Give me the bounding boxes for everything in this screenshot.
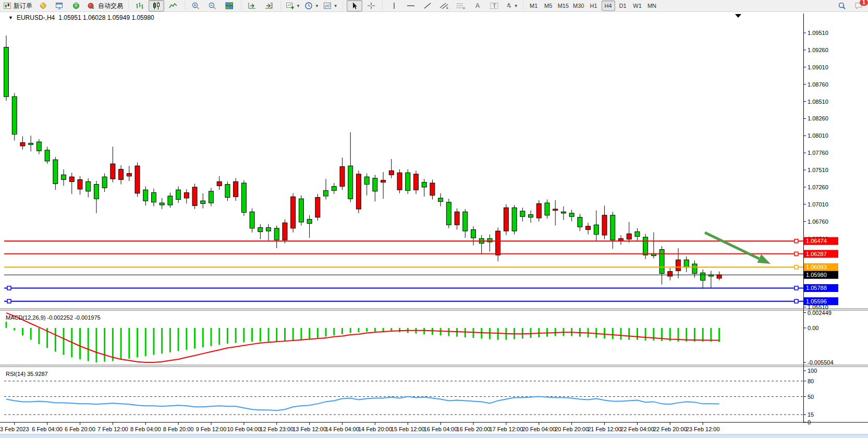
text-label-icon: T <box>490 2 499 10</box>
symbol-dropdown-icon[interactable]: ▼ <box>8 15 13 20</box>
channel-tool-button[interactable]: E <box>436 0 452 11</box>
auto-scroll-button[interactable] <box>244 0 260 11</box>
svg-text:15 Feb 12:00: 15 Feb 12:00 <box>391 426 425 432</box>
svg-text:13 Feb 12:00: 13 Feb 12:00 <box>292 426 326 432</box>
svg-text:1.08510: 1.08510 <box>808 99 828 105</box>
tab-timeframe-h4[interactable]: H4 <box>602 1 615 11</box>
svg-text:1.06760: 1.06760 <box>808 218 828 225</box>
search-button[interactable] <box>834 0 850 11</box>
signal-icon <box>71 2 81 10</box>
tile-windows-icon <box>225 2 234 10</box>
svg-text:1.06093: 1.06093 <box>806 264 827 270</box>
toolbar-separator <box>522 1 525 10</box>
svg-text:22 Feb 04:00: 22 Feb 04:00 <box>620 426 654 432</box>
vertical-line-tool-button[interactable] <box>386 0 402 11</box>
svg-text:1.05980: 1.05980 <box>806 272 827 278</box>
rsi-indicator-label: RSI(14) 35.9287 <box>6 371 48 377</box>
gold-diamond-icon <box>38 2 47 10</box>
svg-text:8 Feb 20:00: 8 Feb 20:00 <box>163 426 194 432</box>
horizontal-line-icon <box>406 2 415 10</box>
svg-text:8 Feb 04:00: 8 Feb 04:00 <box>130 426 161 432</box>
chart-symbol-period: EURUSD-,H4 <box>17 14 55 21</box>
svg-text:1.09010: 1.09010 <box>808 64 828 70</box>
svg-text:1.07510: 1.07510 <box>808 167 828 173</box>
candlestick-mode-button[interactable] <box>149 0 164 11</box>
autotrade-icon <box>87 2 96 10</box>
arrows-tool-button[interactable]: ▼ <box>503 0 520 11</box>
autotrade-button[interactable]: 自动交易 <box>85 0 125 11</box>
templates-button[interactable]: ▼ <box>322 0 339 11</box>
svg-text:1.07260: 1.07260 <box>808 184 828 190</box>
svg-text:22 Feb 20:00: 22 Feb 20:00 <box>653 426 687 432</box>
svg-text:12 Feb 23:00: 12 Feb 23:00 <box>260 426 294 432</box>
template-icon <box>323 2 333 10</box>
gold-tool-button[interactable] <box>35 0 51 11</box>
tab-timeframe-d1[interactable]: D1 <box>616 1 630 11</box>
chart-info-line: ▼ EURUSD-,H4 1.05951 1.06028 1.05949 1.0… <box>6 14 156 21</box>
tab-timeframe-m15[interactable]: M15 <box>556 1 570 11</box>
svg-text:23 Feb 12:00: 23 Feb 12:00 <box>686 426 720 432</box>
new-order-label: 新订单 <box>14 2 32 10</box>
svg-text:1.08260: 1.08260 <box>808 115 828 121</box>
text-label-tool-button[interactable]: T <box>486 0 502 11</box>
tab-timeframe-h1[interactable]: H1 <box>587 1 601 11</box>
chart-window[interactable]: ▼ EURUSD-,H4 1.05951 1.06028 1.05949 1.0… <box>0 12 868 438</box>
svg-text:1.06287: 1.06287 <box>806 251 827 257</box>
svg-text:1.09260: 1.09260 <box>808 47 828 53</box>
svg-text:7 Feb 12:00: 7 Feb 12:00 <box>97 426 128 432</box>
svg-text:1.07010: 1.07010 <box>808 201 828 208</box>
chart-ohlc-values: 1.05951 1.06028 1.05949 1.05980 <box>58 14 154 21</box>
tab-timeframe-m30[interactable]: M30 <box>571 1 585 11</box>
text-tool-button[interactable]: A <box>470 0 485 11</box>
arrows-shapes-icon <box>505 2 513 10</box>
tab-timeframe-w1[interactable]: W1 <box>631 1 644 11</box>
chart-shift-button[interactable] <box>261 0 277 11</box>
auto-scroll-icon <box>248 2 257 10</box>
svg-text:6 Feb 04:00: 6 Feb 04:00 <box>32 426 63 432</box>
autotrade-label: 自动交易 <box>98 2 123 10</box>
svg-text:1.05788: 1.05788 <box>806 285 827 291</box>
toolbar-separator <box>279 1 282 10</box>
toolbar-separator <box>183 1 186 10</box>
svg-text:3 Feb 2023: 3 Feb 2023 <box>0 426 29 432</box>
svg-text:A: A <box>475 2 480 9</box>
crosshair-icon <box>366 2 376 10</box>
tab-timeframe-m1[interactable]: M1 <box>527 1 541 11</box>
tab-timeframe-mn[interactable]: MN <box>645 1 659 11</box>
line-chart-icon <box>168 2 178 10</box>
main-toolbar: 新订单 自动交易 <box>0 0 868 12</box>
market-watch-button[interactable] <box>52 0 67 11</box>
signals-button[interactable] <box>68 0 84 11</box>
notifications-button[interactable]: 1 <box>851 0 866 11</box>
trendline-tool-button[interactable] <box>420 0 435 11</box>
text-a-icon: A <box>474 2 481 10</box>
zoom-out-button[interactable] <box>205 0 221 11</box>
zoom-in-icon <box>191 2 201 10</box>
cursor-tool-button[interactable] <box>347 0 362 11</box>
svg-text:20 Feb 04:00: 20 Feb 04:00 <box>522 426 556 432</box>
zoom-in-button[interactable] <box>188 0 204 11</box>
tile-windows-button[interactable] <box>222 0 237 11</box>
bar-chart-mode-button[interactable] <box>132 0 148 11</box>
dropdown-caret-icon: ▼ <box>296 4 300 8</box>
svg-text:1.07760: 1.07760 <box>808 150 828 156</box>
tab-timeframe-m5[interactable]: M5 <box>542 1 555 11</box>
dropdown-caret-icon: ▼ <box>334 4 338 8</box>
svg-text:10 Feb 04:00: 10 Feb 04:00 <box>227 426 261 432</box>
monitor-icon <box>55 2 64 10</box>
fibonacci-tool-button[interactable]: F <box>453 0 469 11</box>
chart-canvas[interactable]: 1.095101.092601.090101.087601.085101.082… <box>0 12 868 438</box>
svg-text:-0.005504: -0.005504 <box>808 359 834 366</box>
candlestick-icon <box>152 2 161 10</box>
horizontal-line-tool-button[interactable] <box>403 0 419 11</box>
trendline-icon <box>423 2 432 10</box>
new-order-button[interactable]: 新订单 <box>2 0 34 11</box>
periods-button[interactable]: ▼ <box>303 0 321 11</box>
svg-text:20 Feb 20:00: 20 Feb 20:00 <box>555 426 589 432</box>
line-chart-mode-button[interactable] <box>165 0 181 11</box>
crosshair-tool-button[interactable] <box>363 0 379 11</box>
toolbar-separator <box>341 1 345 10</box>
svg-text:50: 50 <box>808 394 814 400</box>
chart-shift-icon <box>264 2 274 10</box>
new-chart-button[interactable]: ▼ <box>284 0 302 11</box>
